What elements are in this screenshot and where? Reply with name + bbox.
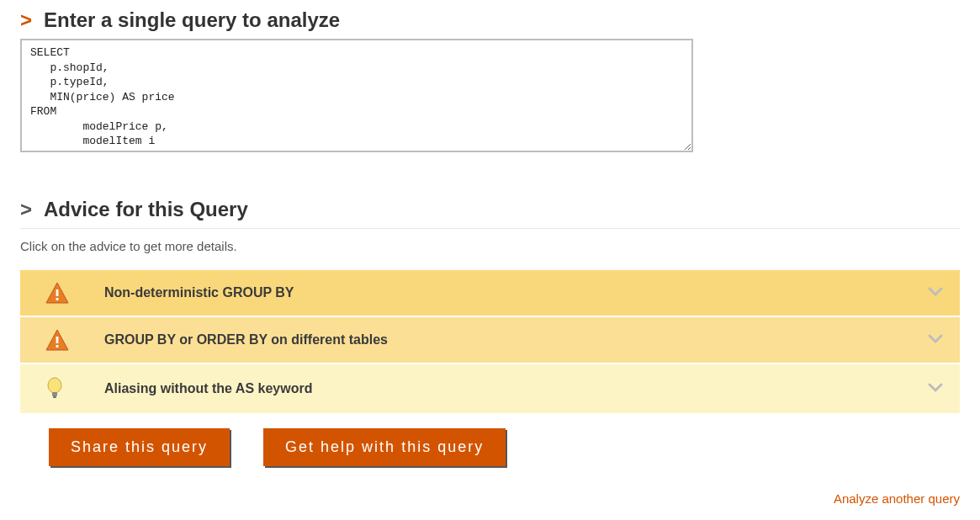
enter-query-title: Enter a single query to analyze — [44, 8, 340, 32]
warning-icon — [45, 282, 76, 304]
chevron-down-icon — [926, 378, 945, 400]
footer-link-area: Analyze another query — [20, 491, 960, 507]
divider — [20, 228, 960, 229]
advice-item[interactable]: Non-deterministic GROUP BY — [20, 268, 960, 316]
analyze-another-link[interactable]: Analyze another query — [834, 491, 960, 506]
svg-rect-2 — [56, 337, 59, 343]
advice-label: Non-deterministic GROUP BY — [76, 285, 926, 300]
advice-title: Advice for this Query — [44, 198, 248, 221]
get-help-button[interactable]: Get help with this query — [263, 428, 506, 466]
svg-rect-6 — [53, 396, 56, 398]
query-input[interactable] — [20, 39, 693, 152]
svg-rect-0 — [56, 289, 59, 296]
share-query-button[interactable]: Share this query — [49, 428, 230, 466]
advice-list: Non-deterministic GROUP BY GROUP BY or O… — [20, 268, 960, 413]
lightbulb-icon — [45, 376, 76, 401]
advice-item[interactable]: Aliasing without the AS keyword — [20, 363, 960, 413]
advice-heading: > Advice for this Query — [20, 198, 960, 221]
advice-item[interactable]: GROUP BY or ORDER BY on different tables — [20, 316, 960, 363]
svg-rect-1 — [56, 298, 59, 300]
advice-label: Aliasing without the AS keyword — [76, 381, 926, 396]
chevron-icon: > — [20, 198, 32, 221]
svg-rect-3 — [56, 345, 59, 348]
chevron-icon: > — [20, 8, 32, 32]
action-buttons: Share this query Get help with this quer… — [20, 428, 960, 466]
chevron-down-icon — [926, 282, 945, 304]
svg-rect-5 — [52, 392, 57, 396]
advice-label: GROUP BY or ORDER BY on different tables — [76, 332, 926, 348]
warning-icon — [45, 329, 76, 351]
chevron-down-icon — [926, 329, 945, 351]
svg-point-4 — [48, 378, 61, 393]
enter-query-heading: > Enter a single query to analyze — [20, 8, 960, 32]
advice-hint: Click on the advice to get more details. — [20, 239, 960, 253]
